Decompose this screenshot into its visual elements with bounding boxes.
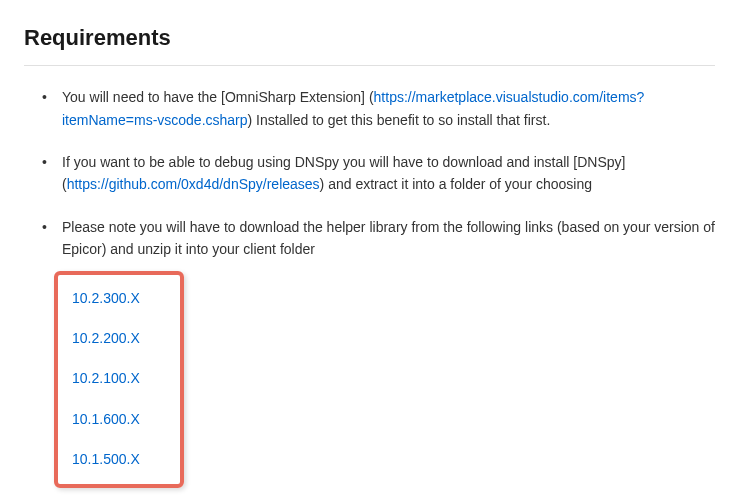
version-link[interactable]: 10.2.300.X: [72, 287, 166, 309]
list-item-text: Please note you will have to download th…: [62, 219, 715, 257]
list-item: You will need to have the [OmniSharp Ext…: [32, 86, 715, 131]
list-item-text: You will need to have the [OmniSharp Ext…: [62, 89, 644, 127]
section-heading: Requirements: [24, 20, 715, 55]
text-post: ) Installed to get this benefit to so in…: [248, 112, 551, 128]
version-link[interactable]: 10.2.200.X: [72, 327, 166, 349]
text-pre: You will need to have the [OmniSharp Ext…: [62, 89, 374, 105]
section-divider: [24, 65, 715, 66]
version-links-box: 10.2.300.X 10.2.200.X 10.2.100.X 10.1.60…: [54, 271, 184, 489]
version-link[interactable]: 10.1.500.X: [72, 448, 166, 470]
list-item: Please note you will have to download th…: [32, 216, 715, 489]
dnspy-releases-link[interactable]: https://github.com/0xd4d/dnSpy/releases: [67, 176, 320, 192]
list-item: If you want to be able to debug using DN…: [32, 151, 715, 196]
version-link[interactable]: 10.1.600.X: [72, 408, 166, 430]
version-link[interactable]: 10.2.100.X: [72, 367, 166, 389]
list-item-text: If you want to be able to debug using DN…: [62, 154, 625, 192]
text-post: ) and extract it into a folder of your c…: [320, 176, 592, 192]
requirements-list: You will need to have the [OmniSharp Ext…: [24, 86, 715, 503]
